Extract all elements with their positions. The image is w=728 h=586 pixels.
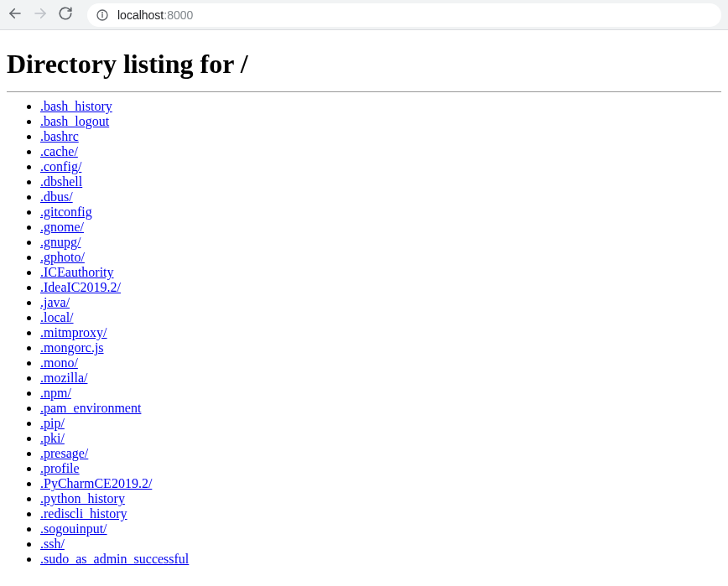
directory-entry-link[interactable]: .cache/ <box>40 144 78 158</box>
forward-button[interactable] <box>32 7 49 23</box>
directory-entry-link[interactable]: .bashrc <box>40 129 79 143</box>
list-item: .pip/ <box>40 416 721 431</box>
directory-entry-link[interactable]: .dbshell <box>40 174 82 189</box>
list-item: .mitmproxy/ <box>40 325 721 340</box>
list-item: .config/ <box>40 159 721 174</box>
directory-entry-link[interactable]: .presage/ <box>40 446 88 460</box>
list-item: .IdeaIC2019.2/ <box>40 280 721 295</box>
directory-entry-link[interactable]: .sudo_as_admin_successful <box>40 552 189 566</box>
list-item: .pam_environment <box>40 401 721 416</box>
reload-button[interactable] <box>57 7 74 23</box>
url-text: localhost:8000 <box>117 8 193 22</box>
reload-icon <box>58 6 73 24</box>
directory-entry-link[interactable]: .bash_history <box>40 99 112 113</box>
directory-entry-link[interactable]: .ICEauthority <box>40 265 114 279</box>
list-item: .sudo_as_admin_successful <box>40 552 721 567</box>
address-bar[interactable]: localhost:8000 <box>87 3 721 27</box>
directory-entry-link[interactable]: .mono/ <box>40 355 78 370</box>
directory-entry-link[interactable]: .mongorc.js <box>40 340 104 355</box>
list-item: .ssh/ <box>40 537 721 552</box>
directory-entry-link[interactable]: .rediscli_history <box>40 506 127 521</box>
info-icon <box>96 8 109 22</box>
svg-point-4 <box>102 12 103 13</box>
list-item: .python_history <box>40 491 721 506</box>
directory-entry-link[interactable]: .mozilla/ <box>40 371 87 385</box>
list-item: .mongorc.js <box>40 340 721 355</box>
list-item: .dbshell <box>40 174 721 189</box>
list-item: .bash_logout <box>40 114 721 129</box>
list-item: .bashrc <box>40 129 721 144</box>
directory-entry-link[interactable]: .sogouinput/ <box>40 521 107 536</box>
list-item: .mono/ <box>40 355 721 371</box>
directory-entry-link[interactable]: .bash_logout <box>40 114 109 128</box>
page-content: Directory listing for / .bash_history.ba… <box>0 30 728 580</box>
list-item: .presage/ <box>40 446 721 461</box>
directory-entry-link[interactable]: .python_history <box>40 491 125 506</box>
directory-entry-link[interactable]: .pip/ <box>40 416 65 430</box>
list-item: .bash_history <box>40 99 721 114</box>
list-item: .profile <box>40 461 721 476</box>
directory-entry-link[interactable]: .PyCharmCE2019.2/ <box>40 476 152 490</box>
directory-list: .bash_history.bash_logout.bashrc.cache/.… <box>7 99 721 567</box>
directory-entry-link[interactable]: .pam_environment <box>40 401 141 415</box>
browser-toolbar: localhost:8000 <box>0 0 728 30</box>
divider <box>7 91 721 92</box>
directory-entry-link[interactable]: .pki/ <box>40 431 65 445</box>
page-title: Directory listing for / <box>7 49 721 80</box>
directory-entry-link[interactable]: .npm/ <box>40 386 71 400</box>
directory-entry-link[interactable]: .gnome/ <box>40 220 84 234</box>
directory-entry-link[interactable]: .gitconfig <box>40 205 92 219</box>
arrow-right-icon <box>33 6 48 24</box>
directory-entry-link[interactable]: .IdeaIC2019.2/ <box>40 280 121 294</box>
list-item: .gitconfig <box>40 205 721 220</box>
arrow-left-icon <box>8 6 23 24</box>
list-item: .PyCharmCE2019.2/ <box>40 476 721 491</box>
list-item: .pki/ <box>40 431 721 446</box>
list-item: .local/ <box>40 310 721 325</box>
list-item: .dbus/ <box>40 189 721 205</box>
directory-entry-link[interactable]: .ssh/ <box>40 537 65 551</box>
list-item: .cache/ <box>40 144 721 159</box>
back-button[interactable] <box>7 7 23 23</box>
url-host: localhost <box>117 8 164 22</box>
list-item: .gnupg/ <box>40 235 721 250</box>
list-item: .sogouinput/ <box>40 521 721 537</box>
list-item: .gnome/ <box>40 220 721 235</box>
list-item: .npm/ <box>40 386 721 401</box>
url-port: :8000 <box>164 8 193 22</box>
directory-entry-link[interactable]: .java/ <box>40 295 70 309</box>
directory-entry-link[interactable]: .local/ <box>40 310 74 324</box>
directory-entry-link[interactable]: .gnupg/ <box>40 235 81 249</box>
directory-entry-link[interactable]: .dbus/ <box>40 189 73 204</box>
directory-entry-link[interactable]: .mitmproxy/ <box>40 325 107 340</box>
list-item: .java/ <box>40 295 721 310</box>
list-item: .ICEauthority <box>40 265 721 280</box>
list-item: .rediscli_history <box>40 506 721 521</box>
directory-entry-link[interactable]: .profile <box>40 461 80 475</box>
list-item: .mozilla/ <box>40 371 721 386</box>
directory-entry-link[interactable]: .config/ <box>40 159 81 174</box>
list-item: .gphoto/ <box>40 250 721 265</box>
directory-entry-link[interactable]: .gphoto/ <box>40 250 85 264</box>
